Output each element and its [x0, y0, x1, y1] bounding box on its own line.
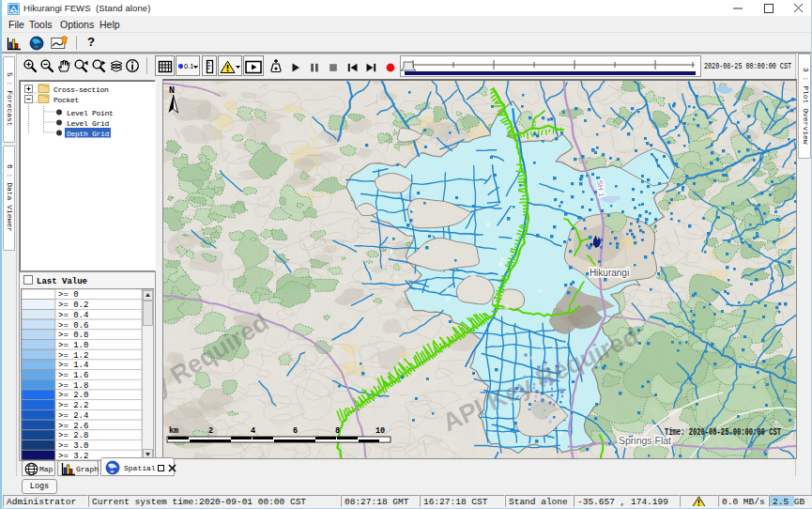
svg-text:Cross-section: Cross-section [54, 85, 109, 94]
svg-text:Hikurangi: Hikurangi [590, 268, 629, 278]
svg-text:8: 8 [335, 426, 340, 436]
svg-text:6: 6 [293, 426, 298, 436]
svg-text:>= 2.2: >= 2.2 [58, 401, 88, 410]
svg-text:N: N [169, 85, 175, 96]
svg-text:>= 0: >= 0 [58, 290, 79, 300]
svg-text:4: 4 [251, 426, 255, 436]
svg-text:>= 1.4: >= 1.4 [58, 361, 88, 370]
svg-text:>= 3.0: >= 3.0 [58, 441, 88, 451]
svg-text:2: 2 [208, 426, 213, 436]
svg-text:>= 2.6: >= 2.6 [58, 422, 88, 431]
svg-text:>= 1.2: >= 1.2 [58, 351, 88, 361]
svg-text:>= 1.0: >= 1.0 [58, 341, 88, 350]
svg-text:>= 0.8: >= 0.8 [58, 331, 88, 340]
svg-text:km: km [169, 426, 178, 436]
svg-text:>= 1.6: >= 1.6 [58, 371, 88, 380]
svg-text:>= 1.8: >= 1.8 [58, 381, 88, 391]
svg-text:2020-08-25 00:00:00 CST: 2020-08-25 00:00:00 CST [704, 61, 791, 71]
svg-text:Time: 2020-08-25 00:00:00 CST: Time: 2020-08-25 00:00:00 CST [665, 427, 781, 438]
svg-text:>= 2.4: >= 2.4 [58, 411, 88, 421]
svg-text:>= 2.8: >= 2.8 [58, 431, 88, 440]
svg-text:10: 10 [375, 426, 385, 436]
svg-text:>= 0.4: >= 0.4 [58, 311, 88, 320]
svg-text:>= 0.2: >= 0.2 [58, 301, 88, 310]
svg-text:>= 2.0: >= 2.0 [58, 391, 88, 400]
svg-text:Springs Flat: Springs Flat [619, 435, 671, 446]
svg-text:Level Grid: Level Grid [67, 119, 110, 128]
svg-text:Level Point: Level Point [67, 109, 114, 117]
svg-text:Depth Grid: Depth Grid [67, 130, 110, 138]
svg-text:>= 0.6: >= 0.6 [58, 321, 88, 331]
svg-text:Last Value: Last Value [37, 277, 87, 286]
svg-text:Pocket: Pocket [54, 96, 79, 104]
